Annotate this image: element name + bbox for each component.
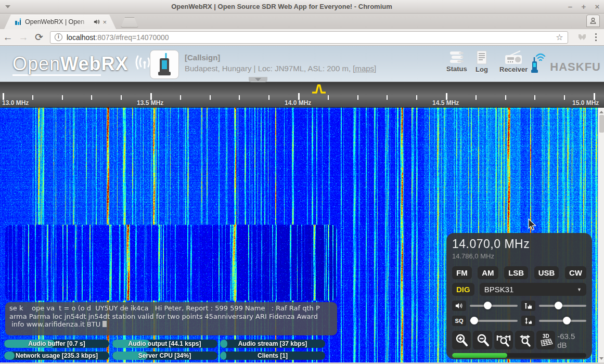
scale-tick <box>328 95 329 100</box>
waterfall-min-slider[interactable] <box>539 317 587 325</box>
volume-slider-thumb[interactable] <box>484 302 492 309</box>
scale-tick <box>357 95 358 100</box>
close-button[interactable]: × <box>590 2 604 12</box>
forward-button[interactable]: → <box>16 32 31 43</box>
waterfall-area[interactable]: se k ope va t = o (o d UY5UY de ik4ca Hi… <box>0 108 604 362</box>
speaker-icon <box>455 302 464 309</box>
mode-am-button[interactable]: AM <box>478 266 498 279</box>
mode-fm-button[interactable]: FM <box>452 266 472 279</box>
decode-line: info www.arifidenza.it BTU <box>9 320 333 329</box>
tuned-frequency[interactable]: 14.070,0 MHz <box>452 237 586 251</box>
reload-button[interactable]: ⟳ <box>31 31 47 43</box>
nav-receiver-label: Receiver <box>499 66 528 73</box>
waterfall-max-icon <box>524 303 532 309</box>
openwebrx-logo: OpenWebRX <box>12 53 156 75</box>
zoom-in-icon <box>455 333 468 347</box>
scale-tick <box>32 95 33 100</box>
tab-openwebrx[interactable]: OpenWebRX | Open × <box>4 15 116 29</box>
waterfall-min-thumb[interactable] <box>563 317 571 324</box>
receiver-radio-icon <box>503 50 524 64</box>
squelch-slider[interactable] <box>470 317 518 325</box>
receiver-callsign: [Callsign] <box>185 53 376 62</box>
digimode-waterfall-panel[interactable] <box>5 225 337 301</box>
scale-label: 14.5 MHz <box>432 99 459 107</box>
scale-tick <box>564 95 565 100</box>
mode-dig-button[interactable]: DIG <box>452 283 474 296</box>
waterfall-max-slider[interactable] <box>539 302 587 310</box>
digimode-waterfall <box>5 225 337 301</box>
mode-usb-button[interactable]: USB <box>534 266 559 279</box>
scale-tick <box>239 95 240 100</box>
digimode-select[interactable]: BPSK31 ▼ <box>480 283 586 296</box>
profile-button[interactable] <box>586 15 600 27</box>
scale-tick <box>91 95 92 100</box>
decode-cursor <box>102 321 107 327</box>
logo-rx: RX <box>101 53 128 74</box>
tuner-bandpass-icon[interactable] <box>312 84 326 94</box>
scale-label: 13.5 MHz <box>137 99 163 107</box>
window-titlebar[interactable]: OpenWebRX | Open Source SDR Web App for … <box>0 0 604 14</box>
new-tab-button[interactable] <box>121 17 138 28</box>
maps-link[interactable]: [maps] <box>353 64 376 73</box>
receiver-location: Budapest, Hungary | Loc: JN97ML, ASL: 20… <box>185 64 376 73</box>
tab-close-icon[interactable]: × <box>102 18 107 26</box>
scale-tick <box>268 95 269 100</box>
smeter-fill <box>452 353 507 358</box>
zoom-selection-button[interactable] <box>494 331 513 349</box>
status-bar: Audio stream [37 kbps] <box>220 340 325 348</box>
waterfall-max-thumb[interactable] <box>555 302 562 309</box>
bookmark-star-icon[interactable]: ☆ <box>556 32 563 42</box>
frequency-scale[interactable]: 13.0 MHz13.5 MHz14.0 MHz14.5 MHz15.0 MHz <box>0 82 604 108</box>
page-scrollbar[interactable] <box>598 108 604 362</box>
scale-tick <box>210 95 211 100</box>
scale-tick <box>505 95 506 100</box>
mouse-cursor <box>528 218 538 232</box>
scale-tick <box>180 95 181 100</box>
mute-button[interactable] <box>452 301 466 311</box>
nav-receiver[interactable]: Receiver <box>499 50 528 73</box>
extension-icon[interactable] <box>577 33 587 42</box>
mode-cw-button[interactable]: CW <box>565 266 586 279</box>
waterfall-3d-button[interactable]: 3D <box>536 331 555 349</box>
tab-audio-icon[interactable] <box>94 19 100 25</box>
scrollbar-up-icon[interactable] <box>598 109 604 115</box>
scrollbar-down-icon[interactable] <box>598 355 604 361</box>
mode-buttons: FM AM LSB USB CW <box>452 266 586 279</box>
zoom-full-button[interactable] <box>515 331 534 349</box>
back-button[interactable]: ← <box>0 32 16 43</box>
url-path: :8073/#freq=14070000 <box>95 33 556 42</box>
status-bar: Audio output [44.1 ksps] <box>112 340 217 348</box>
svg-text:3D: 3D <box>543 333 549 339</box>
squelch-button[interactable]: SQ <box>452 316 466 326</box>
maximize-button[interactable]: + <box>577 2 590 12</box>
nav-status[interactable]: Status <box>446 50 467 73</box>
squelch-slider-thumb[interactable] <box>470 317 478 324</box>
waterfall-max-level-button[interactable] <box>521 301 535 311</box>
browser-toolbar: ← → ⟳ i localhost :8073/#freq=14070000 ☆ <box>0 29 604 46</box>
haskfu-radio-icon <box>529 53 550 74</box>
status-icon <box>448 50 465 64</box>
logo-open: Open <box>12 53 60 76</box>
tab-favicon <box>15 18 22 25</box>
mode-lsb-button[interactable]: LSB <box>504 266 528 279</box>
nav-status-label: Status <box>446 65 467 73</box>
zoom-selection-icon <box>496 333 511 347</box>
waterfall-range-button[interactable] <box>521 316 535 326</box>
scale-tick <box>121 95 122 100</box>
smeter-db-value: -63.5 dB <box>557 332 586 349</box>
waterfall-3d-icon: 3D <box>538 333 554 347</box>
zoom-out-button[interactable] <box>473 331 492 349</box>
browser-menu-icon[interactable] <box>595 33 597 42</box>
minimize-button[interactable]: – <box>563 2 577 12</box>
header-collapse-button[interactable] <box>249 77 267 82</box>
zoom-in-button[interactable] <box>452 331 471 349</box>
decode-line: se k ope va t = o (o d UY5UY de ik4ca Hi… <box>9 304 333 313</box>
url-bar[interactable]: i localhost :8073/#freq=14070000 ☆ <box>50 31 568 44</box>
volume-slider[interactable] <box>470 302 518 310</box>
digimode-selected-value: BPSK31 <box>484 285 514 294</box>
site-info-icon[interactable]: i <box>55 33 62 41</box>
smeter-bar <box>452 353 586 358</box>
scrollbar-thumb[interactable] <box>599 115 604 133</box>
window-menu-icon[interactable] <box>5 5 10 8</box>
nav-log[interactable]: Log <box>475 50 489 73</box>
